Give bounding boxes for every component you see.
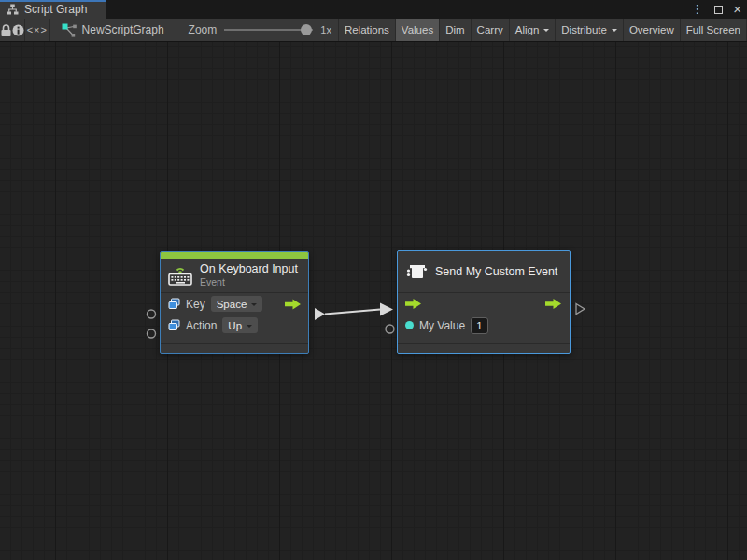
toolbar-button-align[interactable]: Align: [510, 19, 557, 42]
toolbar-button-fullscreen[interactable]: Full Screen: [681, 19, 747, 42]
zoom-slider[interactable]: [224, 24, 313, 35]
zoom-label: Zoom: [189, 23, 218, 36]
flow-output-arrow-icon[interactable]: [545, 298, 562, 310]
align-label: Align: [515, 24, 540, 35]
close-icon[interactable]: ×: [732, 1, 742, 18]
toolbar-button-dim[interactable]: Dim: [440, 19, 471, 42]
toolbar-separator: [49, 19, 50, 42]
port-label-key: Key: [186, 298, 205, 311]
graph-toolbar: <×> NewScriptGraph Zoom 1x Relations Val…: [0, 19, 747, 42]
tab-script-graph[interactable]: Script Graph: [0, 0, 106, 19]
node-footer: [161, 343, 308, 353]
flow-input-arrow-icon[interactable]: [405, 298, 422, 310]
chevron-down-icon: [543, 29, 549, 35]
zoom-slider-handle[interactable]: [301, 24, 312, 35]
chevron-down-icon: [612, 29, 617, 35]
maximize-icon[interactable]: [714, 6, 723, 14]
node-footer: [398, 343, 570, 353]
custom-event-icon: [405, 262, 428, 281]
active-tab-indicator: [0, 0, 106, 2]
chevron-down-icon: [247, 325, 252, 330]
node-title: Send My Custom Event: [435, 265, 557, 278]
connection-arrowhead: [380, 303, 393, 316]
keyboard-icon: [168, 265, 192, 286]
window-controls: ⋮ ×: [689, 0, 742, 19]
node-subtitle: Event: [200, 276, 298, 287]
info-button[interactable]: [12, 19, 24, 42]
action-dropdown-value: Up: [228, 320, 242, 331]
connection-wire[interactable]: [325, 310, 380, 315]
event-header-bar: [161, 252, 308, 259]
zoom-control: Zoom 1x: [189, 23, 338, 36]
node-header: Send My Custom Event: [398, 251, 570, 293]
toolbar-button-carry[interactable]: Carry: [472, 19, 510, 42]
lock-icon: [0, 23, 12, 37]
distribute-label: Distribute: [561, 24, 607, 35]
node-on-keyboard-input[interactable]: On Keyboard Input Event Key Space: [160, 251, 309, 354]
input-port-action[interactable]: [148, 329, 156, 338]
node-send-my-custom-event[interactable]: Send My Custom Event My Value 1: [397, 250, 571, 354]
action-dropdown[interactable]: Up: [222, 317, 258, 333]
node-title: On Keyboard Input: [200, 262, 298, 275]
port-label-my-value: My Value: [419, 319, 465, 332]
input-port-key[interactable]: [148, 310, 156, 318]
zoom-value: 1x: [320, 24, 331, 35]
node-title-block: On Keyboard Input Event: [200, 262, 298, 287]
window-menu-icon[interactable]: ⋮: [689, 0, 705, 19]
toolbar-button-values[interactable]: Values: [396, 19, 440, 42]
graph-hierarchy-icon: [7, 4, 19, 15]
tab-label: Script Graph: [24, 3, 87, 16]
port-row-key: Key Space: [161, 293, 308, 315]
input-port-my-value[interactable]: [386, 325, 394, 333]
toolbar-button-overview[interactable]: Overview: [624, 19, 681, 42]
keycode-type-icon: [168, 298, 180, 310]
graph-name-group[interactable]: NewScriptGraph: [62, 22, 164, 37]
toolbar-button-distribute[interactable]: Distribute: [556, 19, 624, 42]
flow-output-arrow-icon[interactable]: [285, 298, 302, 310]
trigger-output-port-unconnected[interactable]: [576, 304, 585, 315]
value-port-dot[interactable]: [405, 321, 414, 329]
zoom-slider-track: [224, 29, 313, 31]
node-header: On Keyboard Input Event: [161, 259, 308, 293]
script-graph-icon: [62, 22, 77, 37]
code-icon: <×>: [27, 24, 48, 35]
port-row-action: Action Up: [161, 315, 308, 336]
toolbar-button-relations[interactable]: Relations: [339, 19, 396, 42]
script-graph-window: Script Graph ⋮ × <×>: [0, 0, 747, 560]
key-dropdown[interactable]: Space: [211, 296, 263, 312]
port-row-my-value: My Value 1: [398, 315, 570, 336]
graph-name-label: NewScriptGraph: [82, 23, 164, 36]
connections-overlay: [0, 42, 747, 560]
lock-button[interactable]: [0, 19, 12, 42]
chevron-down-icon: [251, 303, 257, 309]
trigger-output-port[interactable]: [315, 308, 325, 320]
edit-source-button[interactable]: <×>: [25, 19, 49, 42]
info-icon: [12, 24, 24, 36]
my-value-input[interactable]: 1: [471, 317, 487, 334]
keycode-type-icon: [168, 319, 180, 331]
title-bar: Script Graph ⋮ ×: [0, 0, 747, 19]
key-dropdown-value: Space: [217, 299, 247, 310]
port-label-action: Action: [186, 319, 217, 332]
port-row-trigger: [398, 293, 570, 315]
graph-canvas[interactable]: On Keyboard Input Event Key Space: [0, 42, 747, 560]
